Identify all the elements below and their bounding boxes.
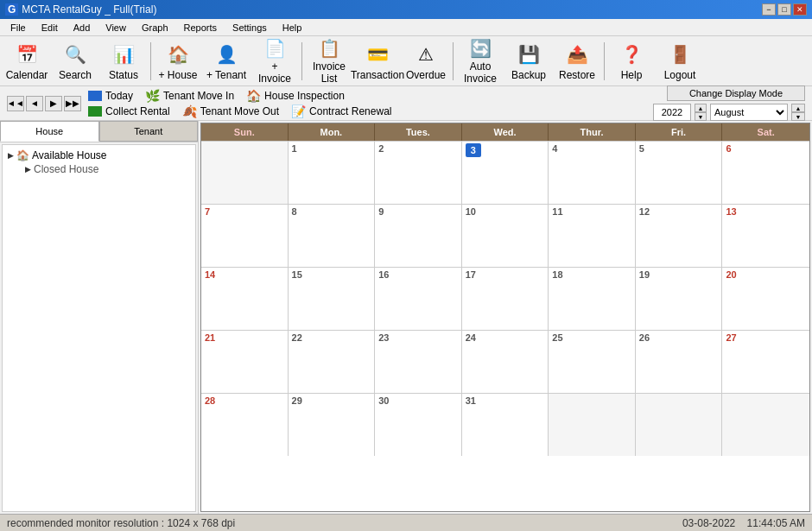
menu-reports[interactable]: Reports	[177, 21, 225, 35]
change-display-button[interactable]: Change Display Mode	[667, 85, 805, 101]
legend-nav: ◄◄ ◄ ▶ ▶▶	[7, 96, 81, 111]
toolbar-btn-logout[interactable]: 🚪Logout	[657, 39, 703, 84]
cal-cell-29[interactable]: 29	[289, 394, 376, 456]
toolbar-btn-add-tenant[interactable]: 👤+ Tenant	[203, 39, 250, 84]
toolbar-btn-add-invoice[interactable]: 📄+ Invoice	[251, 39, 298, 84]
cal-date-15: 15	[292, 269, 371, 280]
menu-graph[interactable]: Graph	[135, 21, 175, 35]
cal-cell-4[interactable]: 4	[549, 142, 636, 204]
cal-cell-empty	[722, 394, 809, 456]
month-down-button[interactable]: ▼	[791, 112, 805, 121]
arrow-available: ▶	[8, 151, 14, 160]
cal-cell-empty	[201, 142, 289, 204]
calendar-label: Calendar	[6, 69, 48, 81]
cal-cell-21[interactable]: 21	[201, 331, 289, 393]
available-house-label: Available House	[32, 149, 107, 161]
tab-tenant[interactable]: Tenant	[99, 121, 199, 142]
month-select[interactable]: JanuaryFebruaryMarch AprilMayJune JulyAu…	[710, 104, 788, 121]
minimize-button[interactable]: −	[762, 3, 776, 16]
toolbar-btn-search[interactable]: 🔍Search	[52, 39, 98, 84]
cal-cell-6[interactable]: 6	[722, 142, 809, 204]
cal-cell-1[interactable]: 1	[289, 142, 376, 204]
toolbar-btn-help[interactable]: ❓Help	[608, 39, 655, 84]
cal-cell-20[interactable]: 20	[722, 268, 809, 330]
cal-cell-5[interactable]: 5	[636, 142, 723, 204]
move-in-icon: 🌿	[145, 89, 160, 103]
year-up-button[interactable]: ▲	[695, 104, 707, 112]
cal-cell-9[interactable]: 9	[375, 205, 462, 267]
datetime-text: 03-08-2022 11:44:05 AM	[682, 517, 805, 529]
cal-cell-24[interactable]: 24	[462, 331, 549, 393]
tabs-container: House Tenant	[0, 121, 198, 142]
menu-view[interactable]: View	[98, 21, 133, 35]
cal-cell-3[interactable]: 3	[462, 142, 549, 204]
menu-edit[interactable]: Edit	[35, 21, 65, 35]
cal-cell-7[interactable]: 7	[201, 205, 289, 267]
help-label: Help	[621, 69, 643, 81]
nav-prev[interactable]: ◄	[26, 96, 43, 111]
calendar-grid: Sun. Mon. Tues. Wed. Thur. Fri. Sat. 123…	[200, 123, 810, 512]
header-fri: Fri.	[636, 123, 723, 141]
year-down-button[interactable]: ▼	[695, 112, 707, 121]
menu-settings[interactable]: Settings	[225, 21, 274, 35]
toolbar-btn-overdue[interactable]: ⚠Overdue	[403, 39, 449, 84]
menu-add[interactable]: Add	[67, 21, 98, 35]
cal-cell-28[interactable]: 28	[201, 394, 289, 456]
cal-cell-23[interactable]: 23	[375, 331, 462, 393]
cal-cell-12[interactable]: 12	[636, 205, 723, 267]
toolbar-btn-restore[interactable]: 📤Restore	[554, 39, 600, 84]
toolbar-btn-backup[interactable]: 💾Backup	[505, 39, 552, 84]
cal-cell-14[interactable]: 14	[201, 268, 289, 330]
nav-next-next[interactable]: ▶▶	[64, 96, 81, 111]
cal-week-4: 28293031	[201, 393, 809, 456]
toolbar-btn-auto-invoice[interactable]: 🔄Auto Invoice	[457, 39, 504, 84]
cal-date-30: 30	[378, 395, 458, 406]
cal-cell-31[interactable]: 31	[462, 394, 549, 456]
cal-date-26: 26	[639, 332, 719, 343]
cal-cell-30[interactable]: 30	[375, 394, 462, 456]
toolbar-btn-add-house[interactable]: 🏠+ House	[155, 39, 201, 84]
year-input[interactable]	[653, 104, 691, 121]
toolbar-btn-status[interactable]: 📊Status	[100, 39, 147, 84]
cal-cell-10[interactable]: 10	[462, 205, 549, 267]
tree-item-available-house[interactable]: ▶ 🏠 Available House	[6, 149, 192, 162]
status-icon: 📊	[110, 41, 137, 67]
tree-item-closed-house[interactable]: ▶ Closed House	[23, 162, 192, 176]
legend-collect-box	[88, 106, 102, 117]
toolbar-btn-invoice-list[interactable]: 📋Invoice List	[306, 39, 352, 84]
auto-invoice-label: Auto Invoice	[460, 60, 501, 85]
legend-today-label: Today	[105, 90, 133, 102]
cal-cell-8[interactable]: 8	[289, 205, 376, 267]
cal-cell-17[interactable]: 17	[462, 268, 549, 330]
menu-file[interactable]: File	[3, 21, 33, 35]
tab-house[interactable]: House	[0, 121, 99, 142]
month-up-button[interactable]: ▲	[791, 104, 805, 112]
legend-move-out-label: Tenant Move Out	[200, 105, 279, 117]
add-invoice-label: + Invoice	[254, 60, 295, 85]
nav-next[interactable]: ▶	[45, 96, 62, 111]
cal-cell-27[interactable]: 27	[722, 331, 809, 393]
toolbar-btn-transaction[interactable]: 💳Transaction	[354, 39, 401, 84]
cal-cell-18[interactable]: 18	[549, 268, 636, 330]
close-button[interactable]: ✕	[793, 3, 807, 16]
cal-cell-11[interactable]: 11	[549, 205, 636, 267]
cal-date-19: 19	[639, 269, 719, 280]
nav-prev-prev[interactable]: ◄◄	[7, 96, 24, 111]
cal-cell-22[interactable]: 22	[289, 331, 376, 393]
cal-date-1: 1	[292, 143, 371, 154]
cal-date-28: 28	[205, 395, 284, 406]
cal-date-4: 4	[552, 143, 631, 154]
toolbar-btn-calendar[interactable]: 📅Calendar	[3, 39, 50, 84]
cal-cell-16[interactable]: 16	[375, 268, 462, 330]
cal-date-22: 22	[292, 332, 371, 343]
cal-cell-13[interactable]: 13	[722, 205, 809, 267]
cal-cell-19[interactable]: 19	[636, 268, 723, 330]
header-sat: Sat.	[722, 123, 809, 141]
transaction-icon: 💳	[364, 41, 391, 67]
menu-help[interactable]: Help	[276, 21, 309, 35]
cal-cell-26[interactable]: 26	[636, 331, 723, 393]
cal-cell-2[interactable]: 2	[375, 142, 462, 204]
cal-cell-25[interactable]: 25	[549, 331, 636, 393]
maximize-button[interactable]: □	[777, 3, 791, 16]
cal-cell-15[interactable]: 15	[289, 268, 376, 330]
